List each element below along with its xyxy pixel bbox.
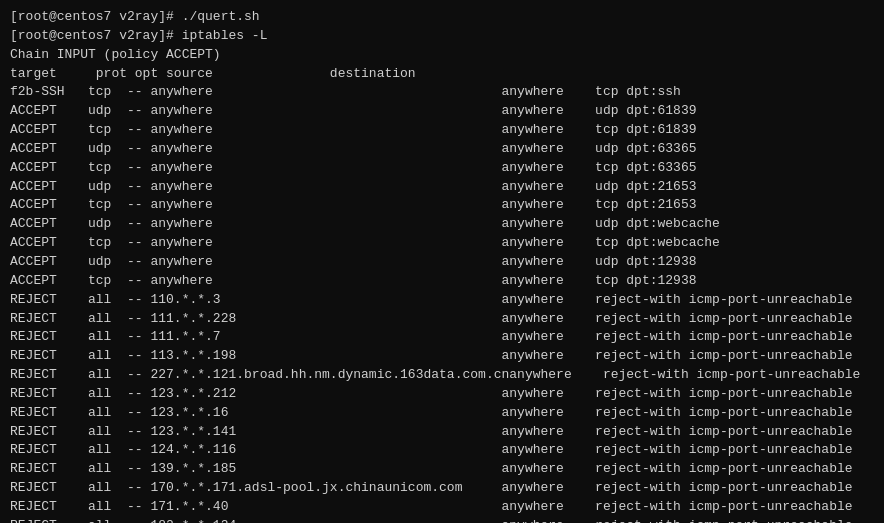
table-row: ACCEPT udp -- anywhere anywhere udp dpt:… — [10, 178, 874, 197]
chain-header: Chain INPUT (policy ACCEPT) — [10, 46, 874, 65]
table-row: REJECT all -- 111.*.*.7 anywhere reject-… — [10, 328, 874, 347]
table-row: ACCEPT udp -- anywhere anywhere udp dpt:… — [10, 215, 874, 234]
table-row: REJECT all -- 123.*.*.212 anywhere rejec… — [10, 385, 874, 404]
table-row: REJECT all -- 171.*.*.40 anywhere reject… — [10, 498, 874, 517]
prompt-line-1: [root@centos7 v2ray]# ./quert.sh — [10, 8, 874, 27]
table-row: ACCEPT tcp -- anywhere anywhere tcp dpt:… — [10, 234, 874, 253]
col-headers: target prot opt source destination — [10, 65, 874, 84]
table-row: REJECT all -- 170.*.*.171.adsl-pool.jx.c… — [10, 479, 874, 498]
table-row: REJECT all -- 124.*.*.116 anywhere rejec… — [10, 441, 874, 460]
table-row: REJECT all -- 139.*.*.185 anywhere rejec… — [10, 460, 874, 479]
table-row: ACCEPT udp -- anywhere anywhere udp dpt:… — [10, 253, 874, 272]
table-row: ACCEPT udp -- anywhere anywhere udp dpt:… — [10, 140, 874, 159]
table-row: ACCEPT tcp -- anywhere anywhere tcp dpt:… — [10, 121, 874, 140]
table-row: ACCEPT tcp -- anywhere anywhere tcp dpt:… — [10, 196, 874, 215]
table-row: REJECT all -- 110.*.*.3 anywhere reject-… — [10, 291, 874, 310]
table-row: ACCEPT udp -- anywhere anywhere udp dpt:… — [10, 102, 874, 121]
table-row: REJECT all -- 113.*.*.198 anywhere rejec… — [10, 347, 874, 366]
table-row: REJECT all -- 182.*.*.134 anywhere rejec… — [10, 517, 874, 523]
table-row: f2b-SSH tcp -- anywhere anywhere tcp dpt… — [10, 83, 874, 102]
table-row: REJECT all -- 227.*.*.121.broad.hh.nm.dy… — [10, 366, 874, 385]
table-row: ACCEPT tcp -- anywhere anywhere tcp dpt:… — [10, 159, 874, 178]
table-row: REJECT all -- 111.*.*.228 anywhere rejec… — [10, 310, 874, 329]
table-row: REJECT all -- 123.*.*.16 anywhere reject… — [10, 404, 874, 423]
prompt-line-2: [root@centos7 v2ray]# iptables -L — [10, 27, 874, 46]
terminal-window: [root@centos7 v2ray]# ./quert.sh [root@c… — [10, 8, 874, 523]
iptables-rows: f2b-SSH tcp -- anywhere anywhere tcp dpt… — [10, 83, 874, 523]
table-row: REJECT all -- 123.*.*.141 anywhere rejec… — [10, 423, 874, 442]
table-row: ACCEPT tcp -- anywhere anywhere tcp dpt:… — [10, 272, 874, 291]
